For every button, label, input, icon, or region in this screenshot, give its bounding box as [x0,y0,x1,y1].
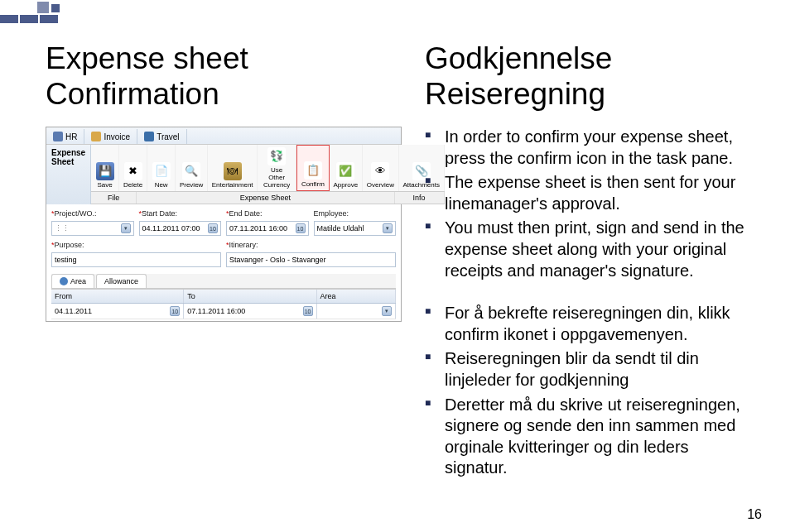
employee-label: Employee: [314,209,397,218]
project-field[interactable]: ⋮⋮▾ [51,221,134,236]
confirm-icon: 📋 [304,161,322,180]
employee-field[interactable]: Matilde Uldahl▾ [314,221,397,236]
sub-tabs: Area Allowance [51,274,396,289]
area-grid: From To Area 04.11.201110 07.11.2011 16:… [51,289,396,319]
toolbar-groups: File Expense Sheet Info [91,192,444,204]
bullet-en-2: The expense sheet is then sent for your … [425,172,749,214]
start-date-value: 04.11.2011 07:00 [142,224,200,232]
travel-icon [144,132,154,141]
calendar-icon[interactable]: 10 [296,223,306,233]
bullet-en-1: In order to confirm your expense sheet, … [425,127,749,169]
title-left: Expense sheet Confirmation [46,41,402,112]
corner-decoration [0,0,99,33]
entertainment-button[interactable]: 🍽Entertainment [208,145,258,191]
calendar-icon[interactable]: 10 [303,306,313,316]
col-from: From [51,290,184,303]
col-to: To [184,290,316,303]
subtab-area-label: Area [70,277,86,285]
subtab-allowance-label: Allowance [104,277,138,285]
tab-invoice-label: Invoice [104,132,130,141]
bullet-no-2: Reiseregningen blir da sendt til din lin… [425,348,749,391]
overview-button[interactable]: 👁Overview [363,145,399,191]
itinerary-value: Stavanger - Oslo - Stavanger [229,256,326,264]
grid-row[interactable]: 04.11.201110 07.11.2011 16:0010 ▾ [51,304,396,319]
cell-from: 04.11.2011 [55,307,92,315]
save-icon: 💾 [96,162,114,180]
subtab-area[interactable]: Area [51,274,94,288]
purpose-field[interactable]: testing [51,252,221,267]
dropdown-icon[interactable]: ▾ [382,306,392,316]
group-file: File [91,192,137,204]
dropdown-icon[interactable]: ▾ [121,223,131,233]
preview-button[interactable]: 🔍Preview [176,145,208,191]
start-date-field[interactable]: 04.11.2011 07:0010 [139,221,222,236]
top-tabs: HR Invoice Travel [46,127,401,145]
itinerary-field[interactable]: Stavanger - Oslo - Stavanger [226,252,396,267]
title-right: Godkjennelse Reiseregning [425,41,749,112]
purpose-value: testing [55,256,77,264]
globe-icon [60,277,68,285]
form-area: **Project/WO.:Project/WO.: *Start Date: … [46,204,401,321]
bullet-list-norwegian: For å bekrefte reiseregningen din, klikk… [425,303,749,479]
delete-label: Delete [123,182,142,189]
start-date-label: *Start Date: [139,209,222,218]
purpose-label: *Purpose: [51,241,221,249]
tab-invoice[interactable]: Invoice [84,129,137,144]
col-area: Area [317,290,396,303]
hr-icon [53,132,63,141]
approve-button[interactable]: ✅Approve [330,145,363,191]
delete-button[interactable]: ✖Delete [119,145,147,191]
bullet-en-3: You must then print, sign and send in th… [425,218,749,281]
confirm-button[interactable]: 📋Confirm [296,145,330,191]
subtab-allowance[interactable]: Allowance [96,274,147,288]
calendar-icon[interactable]: 10 [208,223,218,233]
app-screenshot: HR Invoice Travel Expense Sheet 💾Save ✖D… [46,127,402,322]
bullet-no-3: Deretter må du skrive ut reiseregningen,… [425,395,749,479]
new-button[interactable]: 📄New [147,145,176,191]
currency-icon: 💱 [267,147,286,165]
new-label: New [155,182,168,189]
sidebar-expense-sheet[interactable]: Expense Sheet [46,145,91,204]
preview-icon: 🔍 [182,162,200,180]
tab-travel-label: Travel [157,132,179,141]
approve-label: Approve [333,182,358,189]
entertainment-label: Entertainment [212,182,253,189]
invoice-icon [91,132,101,141]
preview-label: Preview [180,182,203,189]
save-button[interactable]: 💾Save [91,145,119,191]
entertainment-icon: 🍽 [224,162,242,180]
bullet-no-1: For å bekrefte reiseregningen din, klikk… [425,303,749,345]
grip-icon: ⋮⋮ [55,224,63,232]
save-label: Save [98,182,113,189]
page-number: 16 [747,507,762,522]
itinerary-label: *Itinerary: [226,241,396,249]
end-date-label: *End Date: [226,209,309,218]
bullet-list-english: In order to confirm your expense sheet, … [425,127,749,281]
tab-travel[interactable]: Travel [137,129,186,144]
delete-icon: ✖ [124,162,142,180]
end-date-value: 07.11.2011 16:00 [229,224,287,232]
project-label: **Project/WO.:Project/WO.: [51,209,134,218]
tab-hr-label: HR [65,132,77,141]
use-currency-button[interactable]: 💱Use Other Currency [258,145,296,191]
currency-label: Use Other Currency [262,167,292,189]
grid-header: From To Area [51,290,396,304]
cell-to: 07.11.2011 16:00 [187,307,245,315]
group-expense-sheet: Expense Sheet [137,192,394,204]
toolbar: 💾Save ✖Delete 📄New 🔍Preview 🍽Entertainme… [91,145,444,192]
overview-label: Overview [367,182,394,189]
confirm-label: Confirm [301,181,325,189]
tab-hr[interactable]: HR [46,129,84,144]
end-date-field[interactable]: 07.11.2011 16:0010 [226,221,309,236]
employee-value: Matilde Uldahl [317,224,364,232]
overview-icon: 👁 [371,162,389,180]
calendar-icon[interactable]: 10 [170,306,180,316]
approve-icon: ✅ [336,162,354,180]
new-icon: 📄 [152,162,171,180]
dropdown-icon[interactable]: ▾ [383,223,393,233]
